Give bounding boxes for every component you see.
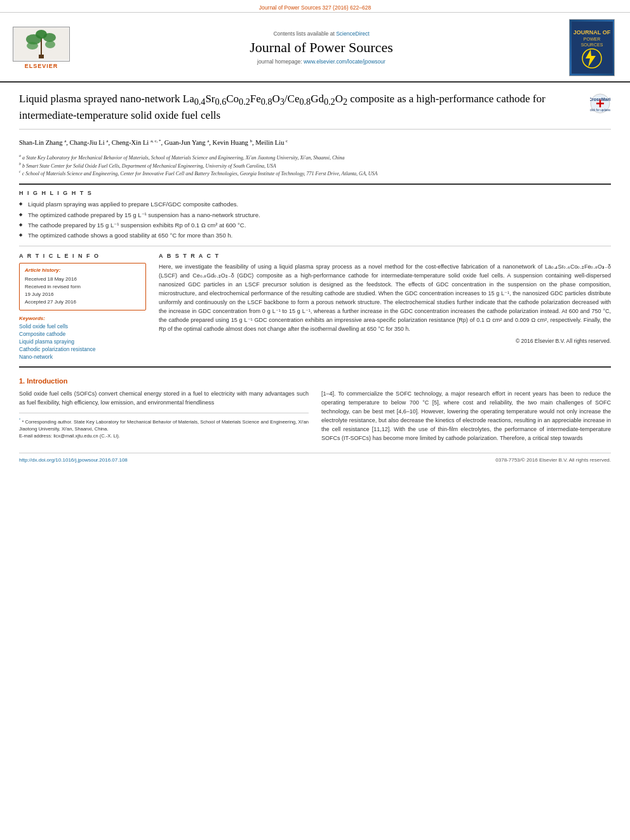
highlight-item-4: The optimized cathode shows a good stabi… (19, 231, 611, 239)
affiliation-a: a a State Key Laboratory for Mechanical … (19, 153, 611, 161)
contents-available-text: Contents lists available at ScienceDirec… (76, 30, 566, 37)
header-center: Contents lists available at ScienceDirec… (76, 30, 566, 65)
accepted-date: Accepted 27 July 2016 (25, 298, 140, 306)
crossmark-logo: CrossMark click for updates (589, 92, 611, 114)
article-info-abstract-row: A R T I C L E I N F O Article history: R… (19, 253, 611, 361)
introduction-section: 1. Introduction Solid oxide fuel cells (… (19, 377, 611, 443)
elsevier-brand-text: ELSEVIER (25, 63, 58, 69)
article-history-box: Article history: Received 18 May 2016 Re… (19, 263, 146, 310)
bottom-bar: http://dx.doi.org/10.1016/j.jpowsour.201… (19, 453, 611, 463)
svg-text:click for updates: click for updates (590, 109, 610, 112)
intro-section-title: 1. Introduction (19, 377, 611, 385)
received-revised-label: Received in revised form (25, 283, 140, 291)
author-liu: Meilin Liu c (255, 139, 288, 146)
issn-text: 0378-7753/© 2016 Elsevier B.V. All right… (495, 457, 611, 463)
divider-thin-1 (19, 246, 611, 246)
author-li-cx: Cheng-Xin Li a, c, * (112, 139, 161, 146)
footnote-email: E-mail address: licx@mail.xjtu.edu.cn (C… (19, 432, 309, 439)
abstract-label: A B S T R A C T (159, 253, 611, 259)
affiliations: a a State Key Laboratory for Mechanical … (19, 153, 611, 178)
col-left: A R T I C L E I N F O Article history: R… (19, 253, 146, 361)
highlight-item-1: Liquid plasm spraying was applied to pre… (19, 200, 611, 208)
intro-col-right: [1–4]. To commercialize the SOFC technol… (321, 390, 611, 443)
article-info-section-label: A R T I C L E I N F O (19, 253, 146, 259)
copyright-line: © 2016 Elsevier B.V. All rights reserved… (159, 338, 611, 344)
article-title: Liquid plasma sprayed nano-network La0.4… (19, 92, 589, 123)
sciencedirect-link[interactable]: ScienceDirect (336, 30, 369, 37)
svg-point-4 (36, 30, 47, 39)
doi-link[interactable]: http://dx.doi.org/10.1016/j.jpowsour.201… (19, 457, 128, 463)
keyword-1[interactable]: Solid oxide fuel cells (19, 323, 146, 330)
received-revised-date: 19 July 2016 (25, 291, 140, 298)
highlights-label: H I G H L I G H T S (19, 190, 611, 196)
keywords-section: Keywords: Solid oxide fuel cells Composi… (19, 316, 146, 360)
svg-text:POWER: POWER (583, 37, 600, 41)
svg-point-5 (27, 42, 38, 50)
svg-text:SOURCES: SOURCES (580, 43, 603, 47)
intro-col-left: Solid oxide fuel cells (SOFCs) convert c… (19, 390, 309, 443)
keyword-3[interactable]: Liquid plasma spraying (19, 338, 146, 345)
highlights-list: Liquid plasm spraying was applied to pre… (19, 200, 611, 239)
svg-point-6 (45, 41, 55, 48)
highlight-item-3: The cathode prepared by 15 g L⁻¹ suspens… (19, 221, 611, 229)
intro-two-col: Solid oxide fuel cells (SOFCs) convert c… (19, 390, 611, 443)
svg-rect-7 (39, 55, 44, 58)
keyword-5[interactable]: Nano-network (19, 354, 146, 360)
author-zhang: Shan-Lin Zhang a (19, 139, 66, 146)
elsevier-logo: ELSEVIER (13, 27, 70, 69)
header-left: ELSEVIER (13, 27, 76, 69)
header-right: JOURNAL OF POWER SOURCES (566, 19, 617, 76)
keywords-label: Keywords: (19, 316, 146, 321)
footnote-star: * * Corresponding author. State Key Labo… (19, 417, 309, 432)
affiliation-b: b b Smart State Center for Solid Oxide F… (19, 161, 611, 170)
journal-url[interactable]: www.elsevier.com/locate/jpowsour (304, 58, 385, 65)
highlights-section: H I G H L I G H T S Liquid plasm sprayin… (19, 190, 611, 239)
elsevier-logo-image (13, 27, 70, 62)
article-title-section: Liquid plasma sprayed nano-network La0.4… (19, 92, 611, 130)
received-date: Received 18 May 2016 (25, 276, 140, 283)
footnotes: * * Corresponding author. State Key Labo… (19, 413, 309, 439)
header-section: ELSEVIER Contents lists available at Sci… (0, 13, 630, 83)
affiliation-c: c c School of Materials Science and Engi… (19, 169, 611, 177)
journal-cover-image: JOURNAL OF POWER SOURCES (569, 19, 615, 76)
divider-thick-2 (19, 366, 611, 368)
col-right: A B S T R A C T Here, we investigate the… (159, 253, 611, 361)
journal-ref-link[interactable]: Journal of Power Sources 327 (2016) 622–… (259, 4, 371, 11)
abstract-text: Here, we investigate the feasibility of … (159, 263, 611, 334)
divider-thick-1 (19, 183, 611, 185)
journal-homepage: journal homepage: www.elsevier.com/locat… (76, 58, 566, 65)
authors-section: Shan-Lin Zhang a, Chang-Jiu Li a, Cheng-… (19, 137, 611, 147)
svg-text:JOURNAL OF: JOURNAL OF (573, 29, 610, 36)
keyword-2[interactable]: Composite cathode (19, 331, 146, 337)
author-li-cj: Chang-Jiu Li a (70, 139, 109, 146)
main-content: Liquid plasma sprayed nano-network La0.4… (0, 83, 630, 472)
abstract-section: A B S T R A C T Here, we investigate the… (159, 253, 611, 344)
journal-top-bar: Journal of Power Sources 327 (2016) 622–… (0, 0, 630, 13)
keyword-4[interactable]: Cathodic polarization resistance (19, 346, 146, 352)
article-history-label: Article history: (25, 267, 140, 273)
page: Journal of Power Sources 327 (2016) 622–… (0, 0, 630, 840)
highlight-item-2: The optimized cathode prepared by 15 g L… (19, 211, 611, 219)
author-huang: Kevin Huang b (213, 139, 252, 146)
author-yang: Guan-Jun Yang a (164, 139, 210, 146)
journal-title: Journal of Power Sources (76, 39, 566, 56)
